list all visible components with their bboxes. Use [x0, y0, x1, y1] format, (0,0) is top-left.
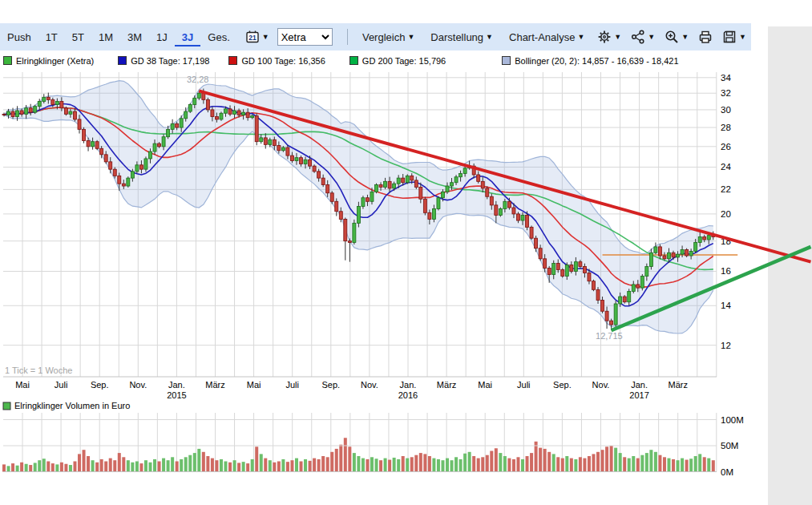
- volume-axis-tick: 0M: [721, 467, 733, 477]
- candle-body: [446, 186, 449, 192]
- x-axis-label: März: [668, 380, 687, 390]
- y-axis-tick: 26: [721, 142, 731, 152]
- x-axis-label: Juli: [285, 380, 299, 390]
- volume-bar: [614, 448, 617, 472]
- candle-body: [503, 201, 507, 208]
- volume-bar: [180, 459, 183, 472]
- toolbar: Push1T5T1M3M1J3JGes.21▼XetraVergleich▼Da…: [0, 23, 751, 50]
- volume-bar: [162, 459, 165, 472]
- chevron-down-icon: ▼: [614, 33, 621, 41]
- date-range-picker-button[interactable]: 21▼: [245, 30, 269, 44]
- volume-bar: [539, 448, 542, 472]
- candle-body: [73, 111, 76, 119]
- volume-bar: [503, 456, 507, 472]
- volume-bar: [83, 450, 86, 471]
- volume-bar: [530, 453, 533, 471]
- candle-body: [321, 178, 325, 184]
- candle-body: [677, 254, 680, 257]
- candle-body: [601, 300, 604, 311]
- chevron-down-icon: ▼: [262, 33, 269, 41]
- volume-bar: [623, 457, 626, 471]
- menu-darstellung[interactable]: Darstellung▼: [430, 31, 493, 43]
- candle-body: [384, 181, 387, 187]
- volume-bar: [610, 446, 613, 472]
- candle-body: [167, 129, 170, 136]
- volume-bar: [176, 462, 179, 472]
- volume-legend-swatch: [3, 402, 10, 410]
- chevron-down-icon: ▼: [407, 33, 414, 41]
- volume-bar: [25, 464, 28, 472]
- range-button-ges[interactable]: Ges.: [200, 28, 236, 46]
- range-button-push[interactable]: Push: [0, 28, 38, 46]
- volume-bar: [139, 463, 143, 471]
- range-button-5t[interactable]: 5T: [65, 28, 91, 46]
- volume-bar: [605, 446, 608, 471]
- volume-bar: [393, 458, 396, 472]
- x-axis-year-label: 2015: [167, 390, 186, 400]
- range-button-3m[interactable]: 3M: [120, 28, 149, 46]
- volume-bar: [645, 453, 648, 471]
- range-button-1j[interactable]: 1J: [149, 28, 175, 46]
- candle-body: [273, 139, 276, 145]
- candle-body: [406, 176, 409, 182]
- volume-bar: [2, 464, 6, 471]
- candle-body: [397, 178, 400, 184]
- candle-body: [366, 198, 369, 202]
- candle-body: [95, 142, 99, 149]
- volume-bar: [255, 446, 258, 471]
- candle-body: [309, 160, 312, 166]
- x-axis-year-label: 2017: [629, 390, 648, 400]
- volume-bar: [632, 456, 635, 472]
- share-button[interactable]: ▼: [631, 30, 655, 44]
- svg-text:21: 21: [248, 34, 257, 42]
- volume-bar: [521, 459, 524, 472]
- volume-bar: [512, 459, 515, 472]
- volume-bar: [91, 460, 95, 471]
- volume-bar: [619, 453, 622, 471]
- candle-body: [486, 188, 489, 196]
- range-button-1m[interactable]: 1M: [91, 28, 120, 46]
- exchange-select[interactable]: Xetra: [277, 28, 333, 46]
- volume-bar: [565, 456, 568, 472]
- candle-body: [592, 281, 595, 290]
- tick-scale-note: 1 Tick = 1 Woche: [5, 366, 72, 375]
- x-axis-label: Mai: [15, 380, 30, 390]
- volume-bar: [707, 459, 710, 472]
- candle-body: [180, 119, 183, 127]
- candle-body: [663, 256, 666, 259]
- candle-body: [375, 185, 378, 192]
- candle-body: [20, 111, 23, 114]
- candle-body: [636, 285, 640, 288]
- chevron-down-icon: ▼: [681, 33, 689, 41]
- candle-body: [432, 209, 435, 220]
- legend-swatch: [118, 56, 127, 65]
- menu-chartanalyse[interactable]: Chart-Analyse▼: [509, 31, 584, 43]
- candle-body: [649, 252, 652, 266]
- range-button-3j[interactable]: 3J: [175, 28, 200, 46]
- volume-bar: [507, 459, 511, 472]
- print-button[interactable]: [698, 30, 713, 44]
- candle-body: [11, 111, 14, 117]
- menu-vergleich[interactable]: Vergleich▼: [362, 31, 414, 43]
- volume-bar: [370, 457, 374, 471]
- candle-body: [499, 209, 502, 216]
- gear-button[interactable]: ▼: [597, 30, 621, 44]
- volume-bar: [167, 460, 170, 471]
- chart-application-window: { "toolbar": { "range_buttons": ["Push",…: [0, 0, 812, 505]
- range-button-1t[interactable]: 1T: [38, 28, 65, 46]
- candle-body: [339, 212, 342, 220]
- candle-body: [228, 109, 232, 114]
- save-button[interactable]: ▼: [722, 30, 746, 44]
- volume-bar: [171, 457, 174, 471]
- volume-bar: [583, 459, 586, 472]
- calendar-icon: 21: [245, 30, 260, 44]
- candle-body: [176, 124, 179, 128]
- volume-bar: [668, 459, 671, 472]
- volume-bar: [596, 452, 600, 472]
- zoom-in-button[interactable]: ▼: [665, 30, 689, 44]
- candle-body: [171, 124, 174, 130]
- volume-bar: [197, 449, 200, 472]
- candle-body: [507, 201, 511, 208]
- volume-bar: [402, 456, 405, 472]
- price-volume-chart[interactable]: 34323028262422201816141232,2812,7151 Tic…: [0, 71, 812, 505]
